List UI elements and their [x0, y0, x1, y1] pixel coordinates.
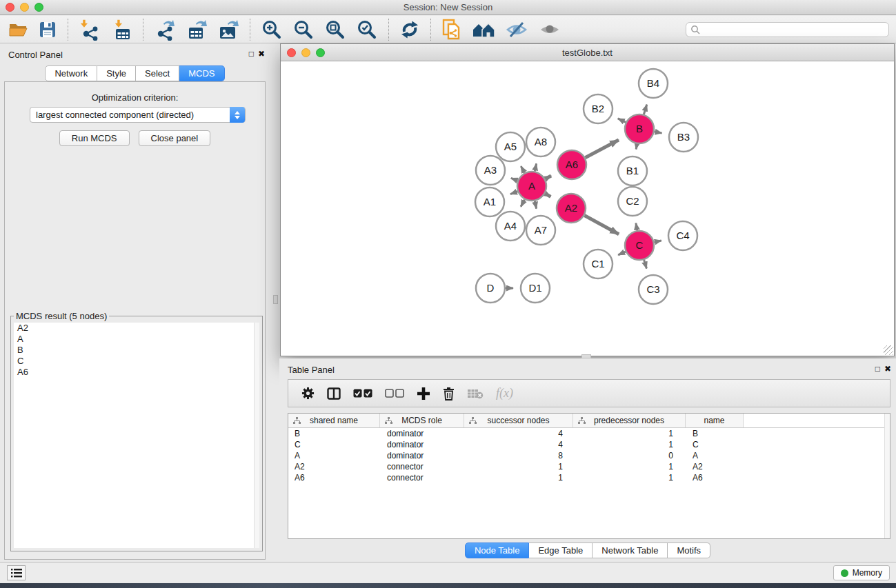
table-cell[interactable]: C [288, 439, 380, 450]
table-cell[interactable]: 1 [573, 428, 686, 439]
graph-edge-C-C4[interactable] [654, 241, 661, 242]
graph-node-A8[interactable]: A8 [526, 128, 555, 156]
graph-edge-A6-B[interactable] [585, 140, 619, 158]
graph-node-B[interactable]: B [625, 114, 654, 143]
mcds-result-item[interactable]: A6 [14, 367, 259, 378]
table-cell[interactable]: A2 [288, 461, 380, 472]
show-columns-button[interactable] [321, 381, 347, 406]
close-panel-button[interactable]: Close panel [139, 130, 211, 146]
mcds-result-item[interactable]: C [14, 356, 259, 367]
select-all-button[interactable] [347, 381, 379, 406]
tab-network[interactable]: Network [45, 65, 97, 81]
mcds-list-scrollbar[interactable] [254, 323, 259, 548]
graph-edge-A-A7[interactable] [535, 201, 536, 209]
graph-node-B1[interactable]: B1 [618, 156, 647, 185]
import-network-button[interactable] [74, 17, 106, 42]
graph-node-C1[interactable]: C1 [584, 250, 613, 278]
table-cell[interactable]: 1 [573, 472, 686, 483]
zoom-in-button[interactable] [256, 17, 288, 42]
memory-button[interactable]: Memory [833, 565, 890, 580]
graph-edge-A-A2[interactable] [545, 194, 550, 197]
table-row[interactable]: Bdominator41B [288, 428, 890, 439]
close-panel-icon[interactable]: ✖ [258, 49, 265, 59]
tab-node-table[interactable]: Node Table [465, 543, 530, 558]
graph-node-A4[interactable]: A4 [496, 212, 525, 241]
table-cell[interactable]: A6 [686, 472, 744, 483]
import-table-button[interactable] [106, 17, 137, 42]
table-cell[interactable]: 8 [464, 450, 573, 461]
column-header-mcds-role[interactable]: MCDS role [380, 414, 464, 427]
search-input[interactable] [703, 25, 888, 34]
new-network-from-selection-button[interactable] [437, 17, 467, 42]
table-cell[interactable]: A [288, 450, 380, 461]
mcds-result-item[interactable]: A2 [14, 323, 259, 334]
table-cell[interactable]: A2 [686, 461, 744, 472]
graph-node-C[interactable]: C [625, 231, 654, 260]
network-canvas[interactable]: AA1A2A3A4A5A6A7A8BB1B2B3B4CC1C2C3C4DD1 [281, 61, 894, 356]
window-resize-grip[interactable] [884, 345, 893, 355]
table-options-button[interactable] [295, 381, 321, 406]
show-all-button[interactable] [533, 17, 566, 42]
graph-node-C4[interactable]: C4 [668, 221, 697, 250]
table-row[interactable]: Cdominator41C [288, 439, 890, 450]
delete-table-button[interactable] [461, 381, 490, 406]
graph-node-A2[interactable]: A2 [557, 194, 586, 223]
mcds-result-item[interactable]: B [14, 345, 259, 356]
graph-node-A7[interactable]: A7 [526, 216, 555, 245]
table-cell[interactable]: dominator [380, 450, 464, 461]
table-cell[interactable]: A6 [288, 472, 380, 483]
table-row[interactable]: A6connector11A6 [288, 472, 890, 483]
table-cell[interactable]: A [686, 450, 744, 461]
table-cell[interactable]: 1 [464, 461, 573, 472]
graph-edge-A-A6[interactable] [545, 176, 551, 179]
table-cell[interactable]: dominator [380, 439, 464, 450]
tab-network-table[interactable]: Network Table [593, 543, 668, 558]
graph-edge-B-B3[interactable] [655, 132, 662, 133]
criterion-dropdown[interactable]: largest connected component (directed) [30, 107, 246, 123]
table-cell[interactable]: 1 [573, 461, 686, 472]
graph-node-B2[interactable]: B2 [584, 94, 613, 123]
export-network-button[interactable] [149, 17, 181, 42]
graph-edge-A-A4[interactable] [521, 199, 525, 206]
graph-edge-A-A5[interactable] [521, 166, 524, 173]
graph-node-A3[interactable]: A3 [476, 156, 505, 185]
delete-column-button[interactable] [437, 381, 461, 406]
graph-edge-B-B4[interactable] [644, 105, 646, 114]
graph-node-A5[interactable]: A5 [496, 132, 525, 161]
graph-edge-B-B2[interactable] [618, 119, 626, 123]
table-scrollbar[interactable] [884, 414, 890, 538]
export-image-button[interactable] [212, 17, 244, 42]
open-file-button[interactable] [3, 17, 33, 42]
graph-node-D1[interactable]: D1 [521, 274, 550, 303]
graph-node-B4[interactable]: B4 [639, 69, 668, 98]
column-header-successor-nodes[interactable]: successor nodes [464, 414, 573, 427]
graph-edge-C-C1[interactable] [618, 252, 626, 255]
table-cell[interactable]: 4 [464, 428, 573, 439]
float-panel-icon[interactable]: □ [249, 49, 254, 59]
table-cell[interactable]: B [288, 428, 380, 439]
float-panel-icon[interactable]: □ [875, 364, 880, 374]
tab-mcds[interactable]: MCDS [179, 65, 224, 81]
mcds-result-item[interactable]: A [14, 334, 259, 345]
graph-edge-A-A3[interactable] [511, 178, 518, 181]
table-cell[interactable]: connector [380, 461, 464, 472]
graph-node-C3[interactable]: C3 [639, 275, 668, 304]
tab-style[interactable]: Style [97, 65, 136, 81]
refresh-view-button[interactable] [395, 17, 425, 42]
close-panel-icon[interactable]: ✖ [884, 364, 891, 374]
graph-node-A[interactable]: A [517, 172, 546, 201]
zoom-out-button[interactable] [288, 17, 319, 42]
column-header-predecessor-nodes[interactable]: predecessor nodes [573, 414, 686, 427]
graph-edge-B-B1[interactable] [636, 144, 637, 150]
graph-edge-A-A1[interactable] [510, 192, 517, 194]
table-cell[interactable]: 0 [573, 450, 686, 461]
table-cell[interactable]: 1 [573, 439, 686, 450]
column-header-name[interactable]: name [686, 414, 744, 427]
function-builder-button[interactable]: f(x) [490, 381, 519, 406]
table-cell[interactable]: 1 [464, 472, 573, 483]
graph-edge-C-C3[interactable] [644, 260, 647, 268]
zoom-fit-button[interactable] [319, 17, 351, 42]
tab-edge-table[interactable]: Edge Table [529, 543, 593, 558]
tab-motifs[interactable]: Motifs [668, 543, 710, 558]
graph-node-C2[interactable]: C2 [618, 187, 647, 216]
